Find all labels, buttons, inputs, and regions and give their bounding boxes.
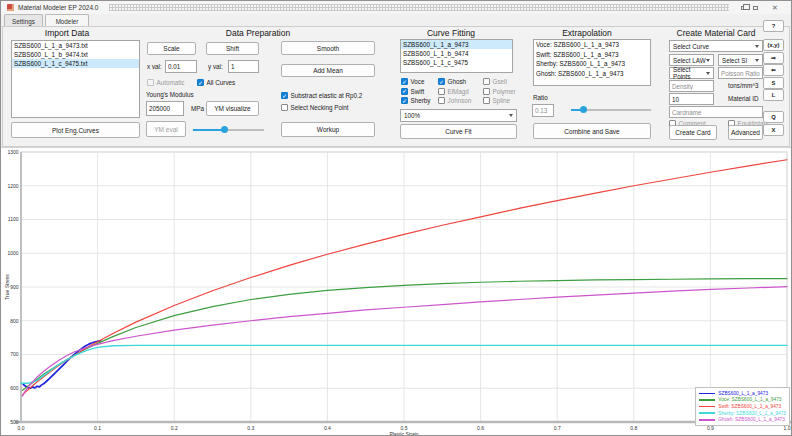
restore-window-button[interactable] — [738, 3, 748, 12]
chart-legend: SZBS600_L_1_a_9473Voce: SZBS600_L_1_a_94… — [695, 387, 790, 426]
x-val-input[interactable] — [165, 60, 197, 73]
select-necking-checkbox-box — [281, 104, 288, 111]
poisson-ratio-input[interactable] — [718, 67, 763, 79]
y-val-input[interactable] — [228, 60, 259, 73]
model-checkbox-gsell[interactable]: Gsell — [483, 77, 519, 87]
svg-text:600: 600 — [10, 385, 19, 391]
model-checkbox-voce[interactable]: ✓Voce — [401, 77, 438, 87]
model-checkbox-johnson[interactable]: Johnson — [438, 96, 483, 106]
substract-elastic-checkbox-box: ✓ — [281, 92, 288, 99]
legend-label: Swift: SZBS600_L_1_a_9473 — [718, 404, 781, 409]
import-file-list[interactable]: SZBS600_L_1_a_9473.txtSZBS600_L_1_b_9474… — [11, 40, 140, 118]
cardname-input[interactable] — [669, 106, 763, 118]
select-si-dropdown[interactable]: Select SI — [718, 54, 763, 66]
curve-fit-file-list[interactable]: SZBS600_L_1_a_9473SZBS600_L_1_b_9474SZBS… — [400, 39, 513, 73]
combine-save-button[interactable]: Combine and Save — [533, 123, 651, 139]
fit-model-checkbox-grid: ✓Voce✓GhoshGsell✓SwiftElMagdPolymer✓Sher… — [401, 77, 519, 106]
extrapolation-result-line: Ghosh: SZBS600_L_1_a_9473 — [534, 69, 650, 79]
model-checkbox-ghosh[interactable]: ✓Ghosh — [438, 77, 483, 87]
legend-label: Voce: SZBS600_L_1_a_9473 — [718, 397, 781, 402]
legend-line-sample — [699, 393, 715, 395]
svg-text:1300: 1300 — [7, 149, 18, 155]
fit-file-item[interactable]: SZBS600_L_1_a_9473 — [401, 40, 512, 49]
side-button-2[interactable]: ⇒ — [763, 52, 784, 64]
ym-slider[interactable] — [193, 125, 264, 134]
select-curve-dropdown[interactable]: Select Curve — [669, 40, 763, 52]
legend-label: Sherby: SZBS600_L_1_a_9473 — [718, 411, 786, 416]
title-bar: Material Modeler EP 2024.0 ✕ — [1, 1, 791, 14]
extrapolation-result-line: Swift: SZBS600_L_1_a_9473 — [534, 50, 650, 60]
shift-button[interactable]: Shift — [206, 42, 259, 55]
model-checkbox-elmagd[interactable]: ElMagd — [438, 87, 483, 97]
model-checkbox-polymer[interactable]: Polymer — [483, 87, 519, 97]
model-checkbox-label: Gsell — [493, 78, 507, 85]
svg-text:0.8: 0.8 — [630, 425, 637, 431]
section-curve-fitting: Curve Fitting — [391, 28, 511, 38]
select-points-dropdown[interactable]: Select Points — [669, 67, 714, 79]
density-unit-label: tons/mm^3 — [728, 82, 759, 89]
legend-entry: Ghosh: SZBS600_L_1_a_9473 — [699, 416, 786, 423]
legend-line-sample — [699, 399, 715, 401]
svg-text:0.4: 0.4 — [324, 425, 331, 431]
ratio-slider[interactable] — [571, 105, 651, 114]
model-checkbox-label: Ghosh — [448, 78, 467, 85]
legend-line-sample — [699, 406, 715, 408]
select-law-dropdown[interactable]: Select LAW — [669, 54, 714, 66]
fit-file-item[interactable]: SZBS600_L_1_c_9475 — [401, 58, 512, 67]
scale-button[interactable]: Scale — [147, 42, 196, 55]
svg-text:0.2: 0.2 — [171, 425, 178, 431]
import-file-item[interactable]: SZBS600_L_1_b_9474.txt — [12, 50, 139, 59]
model-checkbox-swift[interactable]: ✓Swift — [401, 87, 438, 97]
checkbox-box: ✓ — [401, 97, 408, 104]
chevron-down-icon — [755, 59, 759, 62]
model-checkbox-label: Polymer — [493, 88, 516, 95]
automatic-checkbox-box — [147, 79, 154, 86]
section-import-data: Import Data — [17, 28, 117, 38]
ratio-input[interactable] — [532, 104, 554, 117]
fit-file-item[interactable]: SZBS600_L_1_b_9474 — [401, 49, 512, 58]
legend-entry: Sherby: SZBS600_L_1_a_9473 — [699, 410, 786, 417]
ym-eval-button[interactable]: YM eval — [146, 121, 186, 137]
side-button-3[interactable]: ⇐ — [763, 64, 784, 76]
side-button-0[interactable]: ? — [763, 20, 784, 32]
youngs-modulus-input[interactable] — [146, 101, 184, 116]
substract-elastic-checkbox[interactable]: ✓ Substract elastic at Rp0.2 — [281, 92, 362, 99]
select-necking-checkbox[interactable]: Select Necking Point — [281, 104, 349, 111]
checkbox-box: ✓ — [438, 78, 445, 85]
material-id-input[interactable] — [669, 93, 714, 105]
smooth-button[interactable]: Smooth — [281, 41, 375, 55]
checkbox-box: ✓ — [401, 88, 408, 95]
side-button-6[interactable]: Q — [763, 111, 784, 123]
model-checkbox-label: Swift — [411, 88, 425, 95]
side-button-4[interactable]: S — [763, 77, 784, 89]
advanced-button[interactable]: Advanced — [728, 125, 763, 140]
maximize-window-button[interactable] — [750, 3, 760, 12]
side-button-5[interactable]: L — [763, 89, 784, 101]
all-curves-checkbox[interactable]: ✓ All Curves — [197, 79, 235, 86]
side-button-1[interactable]: (x,y) — [763, 39, 784, 51]
svg-text:0.7: 0.7 — [554, 425, 561, 431]
app-window: Material Modeler EP 2024.0 ✕ Settings Mo… — [0, 0, 792, 436]
add-mean-button[interactable]: Add Mean — [281, 64, 375, 77]
close-window-button[interactable]: ✕ — [770, 3, 780, 12]
extrapolation-result-list[interactable]: Voce: SZBS600_L_1_a_9473Swift: SZBS600_L… — [533, 39, 651, 86]
ym-visualize-button[interactable]: YM visualize — [206, 101, 259, 116]
model-checkbox-sherby[interactable]: ✓Sherby — [401, 96, 438, 106]
import-file-item[interactable]: SZBS600_L_1_a_9473.txt — [12, 41, 139, 50]
density-input[interactable] — [669, 80, 714, 92]
create-card-button[interactable]: Create Card — [669, 125, 717, 140]
automatic-checkbox[interactable]: Automatic — [147, 79, 185, 86]
model-checkbox-label: Johnson — [448, 97, 472, 104]
svg-text:0.1: 0.1 — [94, 425, 101, 431]
svg-text:900: 900 — [10, 284, 19, 290]
chevron-down-icon — [706, 59, 710, 62]
legend-line-sample — [699, 412, 715, 414]
plot-eng-curves-button[interactable]: Plot Eng.Curves — [11, 122, 140, 138]
model-checkbox-spline[interactable]: Spline — [483, 96, 519, 106]
curve-fit-button[interactable]: Curve Fit — [400, 124, 517, 139]
workup-button[interactable]: Workup — [281, 122, 375, 137]
import-file-item[interactable]: SZBS600_L_1_c_9475.txt — [12, 59, 139, 68]
fit-percent-dropdown[interactable]: 100% — [400, 109, 517, 122]
svg-text:0.6: 0.6 — [477, 425, 484, 431]
side-button-7[interactable]: X — [763, 124, 784, 136]
